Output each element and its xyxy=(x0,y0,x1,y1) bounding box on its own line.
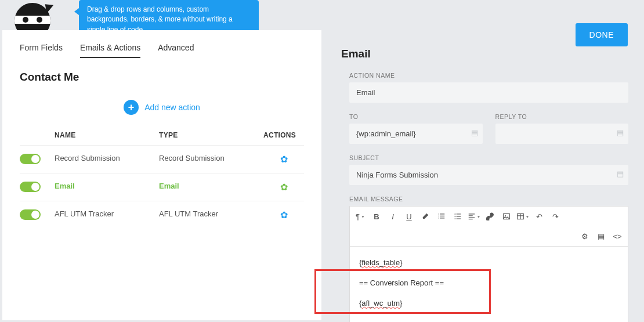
toggle-switch[interactable] xyxy=(20,154,41,164)
col-actions: ACTIONS xyxy=(263,131,304,139)
table-row: AFL UTM Tracker AFL UTM Tracker ✿ xyxy=(20,201,304,229)
merge-tag-icon[interactable]: ▤ xyxy=(617,169,624,178)
tab-advanced[interactable]: Advanced xyxy=(158,43,194,58)
unordered-list-icon[interactable] xyxy=(450,209,466,224)
tabs: Form Fields Emails & Actions Advanced xyxy=(20,43,304,58)
svg-point-7 xyxy=(505,215,506,216)
row-type: Record Submission xyxy=(159,154,263,162)
merge-tags-icon[interactable]: ⚙ xyxy=(577,229,593,244)
toggle-switch[interactable] xyxy=(20,209,41,220)
svg-rect-1 xyxy=(457,214,461,214)
editor-toolbar-secondary: ⚙ ▤ <> xyxy=(349,226,628,246)
to-label: TO xyxy=(349,113,483,120)
fullscreen-icon[interactable]: ▤ xyxy=(593,229,609,244)
reply-to-label: REPLY TO xyxy=(495,113,629,120)
tab-emails-actions[interactable]: Emails & Actions xyxy=(80,43,140,58)
to-input[interactable] xyxy=(349,124,483,144)
paragraph-icon[interactable]: ¶▼ xyxy=(352,209,368,224)
merge-tag-icon[interactable]: ▤ xyxy=(617,128,624,137)
row-type: AFL UTM Tracker xyxy=(159,209,263,218)
col-type: TYPE xyxy=(159,131,263,139)
code-view-icon[interactable]: <> xyxy=(609,229,625,244)
reply-to-input[interactable] xyxy=(495,124,629,144)
row-type: Email xyxy=(159,182,263,190)
actions-table: NAME TYPE ACTIONS Record Submission Reco… xyxy=(20,125,304,229)
table-icon[interactable]: ▼ xyxy=(515,209,531,224)
add-action-label: Add new action xyxy=(144,103,200,112)
gear-icon[interactable]: ✿ xyxy=(263,182,304,193)
left-panel: Form Fields Emails & Actions Advanced Co… xyxy=(2,30,321,320)
bold-icon[interactable]: B xyxy=(368,209,385,224)
tab-form-fields[interactable]: Form Fields xyxy=(20,43,63,58)
action-name-input[interactable] xyxy=(349,82,628,103)
table-row: Record Submission Record Submission ✿ xyxy=(20,145,304,173)
svg-point-2 xyxy=(454,216,455,217)
row-name[interactable]: AFL UTM Tracker xyxy=(55,209,159,218)
ninja-logo xyxy=(15,0,61,28)
col-name: NAME xyxy=(55,131,159,139)
eraser-icon[interactable] xyxy=(417,209,433,224)
right-panel: Email ACTION NAME TO ▤ REPLY TO ▤ SUBJEC… xyxy=(341,48,628,322)
undo-icon[interactable]: ↶ xyxy=(531,209,547,224)
done-button[interactable]: DONE xyxy=(576,23,628,46)
subject-label: SUBJECT xyxy=(349,154,628,161)
italic-icon[interactable]: I xyxy=(385,209,401,224)
align-icon[interactable]: ▼ xyxy=(466,209,482,224)
gear-icon[interactable]: ✿ xyxy=(263,209,304,220)
svg-rect-3 xyxy=(457,216,461,216)
table-row: Email Email ✿ xyxy=(20,173,304,201)
gear-icon[interactable]: ✿ xyxy=(263,154,304,165)
merge-tag-icon[interactable]: ▤ xyxy=(471,128,478,137)
subject-input[interactable] xyxy=(349,165,628,185)
link-icon[interactable] xyxy=(482,209,498,224)
redo-icon[interactable]: ↷ xyxy=(547,209,563,224)
row-name[interactable]: Email xyxy=(55,182,159,190)
row-name[interactable]: Record Submission xyxy=(55,154,159,162)
toggle-switch[interactable] xyxy=(20,182,41,192)
svg-point-4 xyxy=(454,218,455,219)
email-message-label: EMAIL MESSAGE xyxy=(349,196,628,202)
email-message-editor[interactable]: {fields_table} == Conversion Report == {… xyxy=(349,246,628,322)
panel-title: Email xyxy=(341,48,628,60)
plus-icon: + xyxy=(124,100,139,115)
editor-toolbar: ¶▼ B I U ▼ ▼ ↶ xyxy=(349,206,628,226)
form-title: Contact Me xyxy=(20,71,304,84)
svg-rect-5 xyxy=(457,219,461,219)
action-name-label: ACTION NAME xyxy=(349,72,628,79)
underline-icon[interactable]: U xyxy=(401,209,417,224)
ordered-list-icon[interactable] xyxy=(433,209,450,224)
svg-point-0 xyxy=(454,214,455,215)
image-icon[interactable] xyxy=(498,209,515,224)
add-new-action[interactable]: + Add new action xyxy=(20,100,304,115)
